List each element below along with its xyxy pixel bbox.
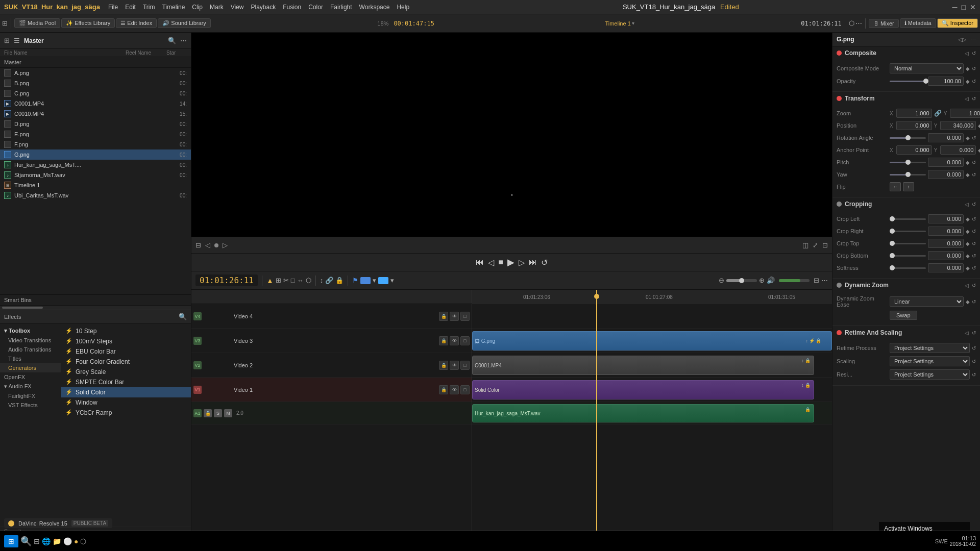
openfx-category[interactable]: OpenFX bbox=[0, 372, 61, 382]
menu-timeline[interactable]: Timeline bbox=[162, 4, 185, 11]
clip-expand-icon[interactable]: ↕ bbox=[806, 338, 808, 343]
transform-header[interactable]: Transform ◁ ↺ bbox=[832, 92, 980, 105]
yaw-slider[interactable] bbox=[890, 174, 926, 176]
taskbar-app-icon[interactable]: ⬡ bbox=[80, 537, 86, 545]
taskbar-chrome-icon[interactable]: ⚪ bbox=[63, 537, 72, 545]
preview-fullscreen-icon[interactable]: ⤢ bbox=[813, 241, 818, 249]
file-item[interactable]: ♪ Hur_kan_jag_saga_MsT.... 00: bbox=[0, 160, 191, 170]
preview-split-icon[interactable]: ⊟ bbox=[195, 241, 201, 249]
step-forward-btn[interactable]: ▷ bbox=[519, 258, 525, 267]
track-lock-btn[interactable]: 🔒 bbox=[439, 361, 448, 370]
zoom-y-input[interactable] bbox=[950, 109, 980, 118]
transform-reset-icon[interactable]: ↺ bbox=[972, 96, 976, 102]
pitch-reset[interactable]: ↺ bbox=[972, 160, 976, 165]
zoom-x-input[interactable] bbox=[896, 109, 932, 118]
clip-c0001[interactable]: C0001.MP4 ↕ 🔒 bbox=[472, 356, 814, 375]
anchor-diamond[interactable]: ◆ bbox=[978, 147, 980, 153]
flag-color-blue[interactable] bbox=[360, 277, 371, 284]
taskbar-edge-icon[interactable]: 🌐 bbox=[42, 537, 51, 545]
file-item[interactable]: ▶ C0010.MP4 15: bbox=[0, 109, 191, 119]
menu-edit[interactable]: Edit bbox=[125, 4, 136, 11]
menu-file[interactable]: File bbox=[108, 4, 118, 11]
pitch-input[interactable] bbox=[928, 158, 964, 167]
inspector-expand-icon[interactable]: ◁▷ bbox=[958, 36, 966, 43]
track-v4-enable[interactable]: V4 bbox=[193, 312, 202, 320]
clip-expand3-icon[interactable]: ↕ bbox=[801, 383, 804, 388]
effect-four-color[interactable]: ⚡ Four Color Gradient bbox=[61, 357, 191, 367]
effect-10step[interactable]: ⚡ 10 Step bbox=[61, 326, 191, 336]
cropping-expand-icon[interactable]: ◁ bbox=[965, 202, 969, 207]
position-y-input[interactable] bbox=[940, 121, 976, 130]
pitch-diamond[interactable]: ◆ bbox=[966, 160, 970, 165]
file-item[interactable]: ♪ Stjarnorna_MsT.wav 00: bbox=[0, 170, 191, 180]
crop-right-input[interactable] bbox=[928, 227, 964, 236]
flip-v-btn[interactable]: ↕ bbox=[903, 182, 914, 191]
menu-workspace[interactable]: Workspace bbox=[359, 4, 390, 11]
anchor-y-input[interactable] bbox=[940, 145, 976, 155]
preview-pip-icon[interactable]: ⊡ bbox=[822, 241, 828, 249]
crop-top-input[interactable] bbox=[928, 239, 964, 248]
preview-nav-next[interactable]: ▷ bbox=[223, 241, 228, 249]
edit-index-tab[interactable]: ☰ Edit Index bbox=[116, 18, 157, 28]
yaw-reset[interactable]: ↺ bbox=[972, 172, 976, 178]
vst-effects-category[interactable]: VST Effects bbox=[0, 400, 61, 410]
generators-category[interactable]: Generators bbox=[0, 363, 61, 372]
pitch-slider[interactable] bbox=[890, 162, 926, 163]
effects-library-tab[interactable]: ✨ Effects Library bbox=[61, 18, 115, 28]
fairlight-fx-category[interactable]: FairlightFX bbox=[0, 391, 61, 400]
crop-right-slider[interactable] bbox=[890, 231, 926, 232]
timecode-display[interactable]: 01:01:26:11 bbox=[195, 274, 258, 286]
clip-lock3-icon[interactable]: 🔒 bbox=[805, 383, 811, 388]
settings-icon[interactable]: ⋯ bbox=[855, 19, 862, 27]
menu-trim[interactable]: Trim bbox=[143, 4, 155, 11]
file-item[interactable]: ♪ Ubi_Caritas_MsT.wav 00: bbox=[0, 190, 191, 201]
yaw-input[interactable] bbox=[928, 170, 964, 179]
grid-icon[interactable]: ⊞ bbox=[2, 19, 8, 27]
track-mute-btn[interactable]: □ bbox=[460, 336, 470, 345]
preview-scope-icon[interactable]: ◫ bbox=[802, 241, 808, 249]
start-btn[interactable]: ⊞ bbox=[4, 535, 18, 547]
stop-btn[interactable]: ■ bbox=[498, 258, 503, 267]
mixer-btn[interactable]: 🎚 Mixer bbox=[869, 19, 899, 28]
loop-btn[interactable]: ↺ bbox=[541, 258, 548, 267]
menu-help[interactable]: Help bbox=[397, 4, 409, 11]
minimize-btn[interactable]: ─ bbox=[952, 3, 958, 11]
track-lock-btn[interactable]: 🔒 bbox=[439, 385, 448, 394]
track-lock-icon[interactable]: 🔒 bbox=[204, 409, 212, 417]
dynamic-zoom-reset[interactable]: ↺ bbox=[972, 283, 976, 288]
preview-dot[interactable] bbox=[214, 243, 218, 247]
track-auto-icon[interactable]: S bbox=[214, 409, 222, 417]
file-item-selected[interactable]: G.png 00: bbox=[0, 149, 191, 160]
zoom-plus[interactable]: ⊕ bbox=[759, 277, 765, 284]
file-item[interactable]: E.png 00: bbox=[0, 129, 191, 139]
play-btn[interactable]: ▶ bbox=[507, 257, 514, 268]
taskbar-explorer-icon[interactable]: 📁 bbox=[53, 537, 61, 545]
cropping-header[interactable]: Cropping ◁ ↺ bbox=[832, 197, 980, 211]
go-to-start-btn[interactable]: ⏮ bbox=[476, 258, 484, 267]
metadata-btn[interactable]: ℹ Metadata bbox=[900, 18, 936, 28]
preview-nav-prev[interactable]: ◁ bbox=[205, 241, 210, 249]
resize-reset[interactable]: ↺ bbox=[972, 372, 976, 378]
zoom-slider[interactable] bbox=[726, 279, 757, 282]
yaw-diamond[interactable]: ◆ bbox=[966, 172, 970, 178]
crop-top-reset[interactable]: ↺ bbox=[972, 241, 976, 246]
scrollbar[interactable] bbox=[0, 306, 191, 310]
softness-slider[interactable] bbox=[890, 267, 926, 269]
track-lock-btn[interactable]: 🔒 bbox=[439, 336, 448, 345]
audio-icon[interactable]: 🔊 bbox=[767, 277, 775, 284]
flag-icon[interactable]: ⚑ bbox=[352, 277, 358, 284]
panel-search-icon[interactable]: 🔍 bbox=[168, 37, 176, 44]
snap-icon[interactable]: ⊟ bbox=[814, 277, 819, 284]
go-to-end-btn[interactable]: ⏭ bbox=[529, 258, 537, 267]
rotation-diamond[interactable]: ◆ bbox=[966, 135, 970, 141]
ease-diamond[interactable]: ◆ bbox=[966, 299, 970, 305]
slide-tool[interactable]: ⬡ bbox=[306, 277, 311, 284]
panel-grid-icon[interactable]: ⊞ bbox=[4, 37, 10, 44]
clip-gpng[interactable]: 🖼 G.png ↕ ⚡ 🔒 bbox=[472, 331, 832, 350]
panel-menu-icon[interactable]: ⋯ bbox=[180, 37, 187, 44]
crop-right-reset[interactable]: ↺ bbox=[972, 229, 976, 234]
composite-mode-select[interactable]: Normal Multiply Screen Overlay bbox=[890, 63, 964, 73]
file-item[interactable]: ▶ C0001.MP4 14: bbox=[0, 98, 191, 109]
rotation-input[interactable] bbox=[928, 133, 964, 142]
effect-solid-color[interactable]: ⚡ Solid Color bbox=[61, 387, 191, 397]
